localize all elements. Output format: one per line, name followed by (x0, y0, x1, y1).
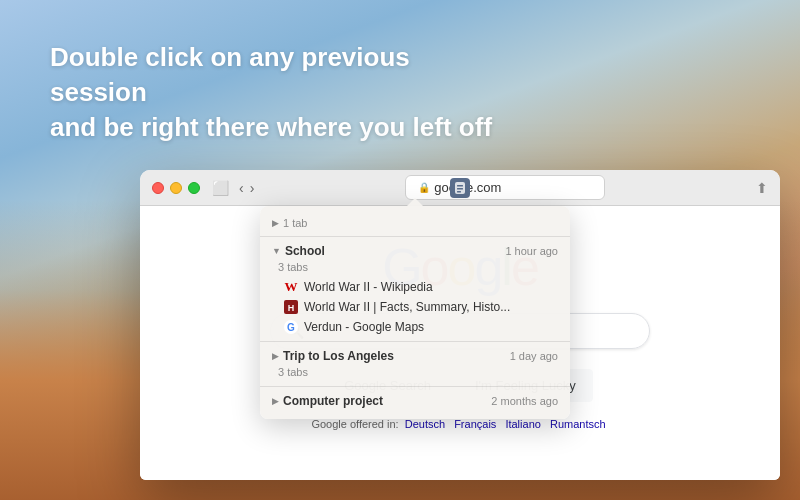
lang-deutsch[interactable]: Deutsch (405, 418, 445, 430)
close-button[interactable] (152, 182, 164, 194)
back-button[interactable]: ‹ (239, 180, 244, 196)
tab-count: 3 tabs (260, 261, 570, 277)
browser-window: ⬜ ‹ › 🔒 google.com ⬆ (140, 170, 780, 480)
session-expand: ▼ School (272, 244, 325, 258)
lang-italiano[interactable]: Italiano (505, 418, 540, 430)
session-name: School (285, 244, 325, 258)
session-time: 1 day ago (510, 350, 558, 362)
wikipedia-favicon: W (284, 280, 298, 294)
minimize-button[interactable] (170, 182, 182, 194)
session-time: 1 hour ago (505, 245, 558, 257)
google-offered: Google offered in: Deutsch Français Ital… (311, 418, 608, 430)
headline-line1: Double click on any previous session (50, 42, 410, 107)
history-favicon: H (284, 300, 298, 314)
lock-icon: 🔒 (418, 182, 430, 193)
forward-button[interactable]: › (250, 180, 255, 196)
tab-item[interactable]: G Verdun - Google Maps (260, 317, 570, 337)
headline: Double click on any previous session and… (50, 40, 510, 145)
nav-buttons: ‹ › (239, 180, 254, 196)
svg-text:H: H (288, 303, 295, 313)
extension-icon[interactable] (450, 178, 470, 198)
session-dropdown: ▶ 1 tab ▼ School 1 hour ago 3 tabs W Wor… (260, 206, 570, 419)
chevron-right-icon: ▶ (272, 396, 279, 406)
svg-rect-1 (457, 185, 463, 187)
svg-rect-2 (457, 188, 463, 190)
lang-rumantsch[interactable]: Rumantsch (550, 418, 606, 430)
tab-count: 3 tabs (260, 366, 570, 382)
session-school-row[interactable]: ▼ School 1 hour ago (260, 241, 570, 261)
chevron-right-icon: ▶ (272, 218, 279, 228)
divider (260, 341, 570, 342)
session-time: 2 months ago (491, 395, 558, 407)
address-bar-area: 🔒 google.com (274, 175, 736, 200)
svg-text:G: G (287, 322, 295, 333)
session-computer-row[interactable]: ▶ Computer project 2 months ago (260, 391, 570, 411)
svg-rect-3 (457, 191, 461, 193)
chevron-right-icon: ▶ (272, 351, 279, 361)
tab-title: Verdun - Google Maps (304, 320, 424, 334)
tab-item[interactable]: W World War II - Wikipedia (260, 277, 570, 297)
list-item[interactable]: ▶ 1 tab (260, 214, 570, 232)
lang-francais[interactable]: Français (454, 418, 496, 430)
maximize-button[interactable] (188, 182, 200, 194)
session-expand: ▶ 1 tab (272, 217, 307, 229)
divider (260, 386, 570, 387)
offered-label: Google offered in: (311, 418, 398, 430)
tab-item[interactable]: H World War II | Facts, Summary, Histo..… (260, 297, 570, 317)
session-name: Computer project (283, 394, 383, 408)
address-bar[interactable]: 🔒 google.com (405, 175, 605, 200)
share-button[interactable]: ⬆ (756, 180, 768, 196)
traffic-lights (152, 182, 200, 194)
tab-title: World War II | Facts, Summary, Histo... (304, 300, 510, 314)
browser-content: ▶ 1 tab ▼ School 1 hour ago 3 tabs W Wor… (140, 206, 780, 480)
dropdown-arrow (407, 198, 423, 206)
tab-title: World War II - Wikipedia (304, 280, 433, 294)
title-bar: ⬜ ‹ › 🔒 google.com ⬆ (140, 170, 780, 206)
session-name: Trip to Los Angeles (283, 349, 394, 363)
chevron-down-icon: ▼ (272, 246, 281, 256)
divider (260, 236, 570, 237)
tab-count: 1 tab (283, 217, 307, 229)
session-la-row[interactable]: ▶ Trip to Los Angeles 1 day ago (260, 346, 570, 366)
maps-favicon: G (284, 320, 298, 334)
session-expand: ▶ Trip to Los Angeles (272, 349, 394, 363)
sidebar-toggle[interactable]: ⬜ (212, 180, 229, 196)
headline-line2: and be right there where you left off (50, 112, 492, 142)
session-expand: ▶ Computer project (272, 394, 383, 408)
